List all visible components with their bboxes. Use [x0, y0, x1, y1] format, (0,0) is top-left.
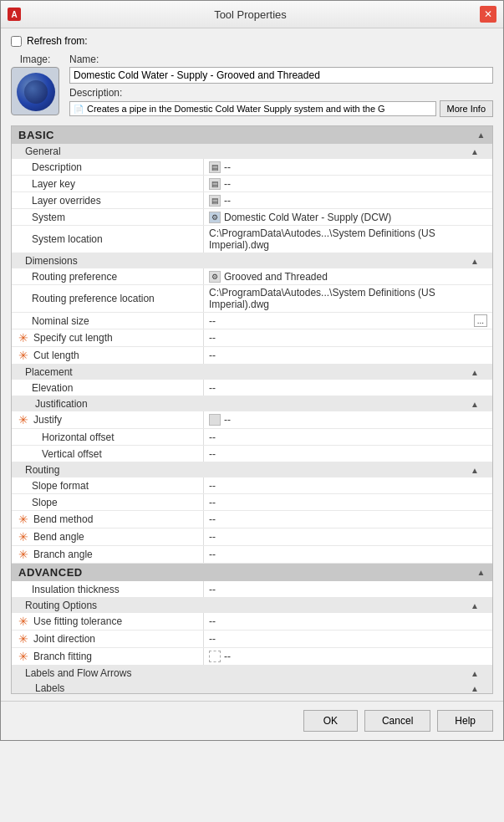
footer: OK Cancel Help: [1, 701, 503, 740]
prop-name-layerkey: Layer key: [12, 176, 204, 191]
asterisk-icon: ✳: [18, 413, 28, 426]
subsection-routingoptions[interactable]: Routing Options ▲: [12, 598, 492, 613]
prop-name-insulation: Insulation thickness: [12, 581, 204, 597]
prop-name-fittingtolerance: ✳ Use fitting tolerance: [12, 613, 204, 630]
image-label: Image:: [20, 54, 51, 65]
subsection-dimensions[interactable]: Dimensions ▲: [12, 253, 492, 268]
prop-value-system[interactable]: ⚙ Domestic Cold Water - Supply (DCW): [204, 209, 492, 225]
doc-icon: ▤: [209, 161, 221, 173]
prop-value-specifycutlength[interactable]: --: [204, 329, 492, 346]
more-info-button[interactable]: More Info: [440, 100, 493, 117]
prop-name-system: System: [12, 209, 204, 225]
justification-collapse-icon: ▲: [471, 400, 479, 409]
help-button[interactable]: Help: [437, 710, 493, 732]
table-row: ✳ Specify cut length --: [12, 329, 492, 347]
prop-value-bendmethod[interactable]: --: [204, 511, 492, 528]
prop-value-vertoffset[interactable]: --: [204, 446, 492, 462]
prop-value-layerkey[interactable]: ▤ --: [204, 176, 492, 191]
prop-value-routingpref[interactable]: ⚙ Grooved and Threaded: [204, 268, 492, 284]
prop-name-slopeformat: Slope format: [12, 477, 204, 493]
doc-icon: ▤: [209, 178, 221, 190]
refresh-row: Refresh from:: [11, 35, 493, 47]
prop-name-bendangle: ✳ Bend angle: [12, 528, 204, 545]
prop-value-slope[interactable]: --: [204, 494, 492, 510]
prop-name-systemlocation: System location: [12, 226, 204, 253]
subsection-placement[interactable]: Placement ▲: [12, 365, 492, 380]
prop-value-cutlength[interactable]: --: [204, 347, 492, 364]
prop-value-justify[interactable]: --: [204, 411, 492, 428]
refresh-label: Refresh from:: [27, 35, 88, 47]
table-row: Nominal size -- ...: [12, 313, 492, 329]
basic-collapse-icon: ▲: [477, 130, 486, 140]
routing-label: Routing: [25, 464, 59, 476]
desc-row: 📄 Creates a pipe in the Domestic Cold Wa…: [69, 100, 493, 117]
table-row: System ⚙ Domestic Cold Water - Supply (D…: [12, 209, 492, 226]
prop-name-elevation: Elevation: [12, 380, 204, 396]
nominal-size-button[interactable]: ...: [474, 314, 487, 327]
title-bar: A Tool Properties ✕: [1, 1, 503, 28]
table-row: ✳ Branch fitting --: [12, 648, 492, 666]
asterisk-icon: ✳: [18, 650, 28, 663]
prop-value-description[interactable]: ▤ --: [204, 159, 492, 175]
section-advanced-label: ADVANCED: [18, 566, 83, 579]
prop-value-layeroverrides[interactable]: ▤ --: [204, 192, 492, 208]
table-row: ✳ Cut length --: [12, 347, 492, 365]
placement-label: Placement: [25, 366, 73, 378]
table-row: Slope format --: [12, 477, 492, 494]
close-button[interactable]: ✕: [480, 6, 496, 23]
table-row: Vertical offset --: [12, 446, 492, 462]
prop-name-description: Description: [12, 159, 204, 175]
prop-value-systemlocation[interactable]: C:\ProgramData\Autodes...\System Definit…: [204, 226, 492, 253]
system-value: Domestic Cold Water - Supply (DCW): [224, 212, 391, 223]
cancel-button[interactable]: Cancel: [364, 710, 430, 732]
tool-properties-dialog: A Tool Properties ✕ Refresh from: Image:…: [0, 0, 504, 741]
table-row: System location C:\ProgramData\Autodes..…: [12, 226, 492, 253]
general-collapse-icon: ▲: [471, 147, 479, 156]
table-row: Layer key ▤ --: [12, 176, 492, 192]
app-icon: A: [8, 8, 21, 21]
general-label: General: [25, 146, 61, 157]
subsection-routing[interactable]: Routing ▲: [12, 462, 492, 477]
desc-input[interactable]: 📄 Creates a pipe in the Domestic Cold Wa…: [69, 101, 436, 116]
prop-value-insulation[interactable]: --: [204, 581, 492, 597]
prop-value-horzoffset[interactable]: --: [204, 429, 492, 445]
table-row: ✳ Bend angle --: [12, 528, 492, 546]
prop-value-branchangle[interactable]: --: [204, 546, 492, 563]
name-desc-section: Name: Description: 📄 Creates a pipe in t…: [69, 54, 493, 120]
subsection-justification[interactable]: Justification ▲: [12, 396, 492, 411]
asterisk-icon: ✳: [18, 331, 28, 345]
image-section: Image:: [11, 54, 59, 115]
prop-value-routingprefloc[interactable]: C:\ProgramData\Autodes...\System Definit…: [204, 285, 492, 312]
ok-button[interactable]: OK: [303, 710, 358, 732]
subsection-general[interactable]: General ▲: [12, 144, 492, 159]
table-row: ✳ Branch angle --: [12, 546, 492, 564]
prop-name-branchangle: ✳ Branch angle: [12, 546, 204, 563]
doc-icon: ▤: [209, 195, 221, 207]
table-row: Horizontal offset --: [12, 429, 492, 446]
asterisk-icon: ✳: [18, 349, 28, 362]
table-row: ✳ Joint direction --: [12, 631, 492, 648]
labelsflow-collapse-icon: ▲: [471, 669, 479, 678]
routingoptions-label: Routing Options: [25, 600, 97, 611]
routing-collapse-icon: ▲: [471, 466, 479, 475]
advanced-collapse-icon: ▲: [477, 568, 486, 577]
dotted-box-icon: [209, 651, 221, 662]
prop-value-bendangle[interactable]: --: [204, 528, 492, 545]
prop-value-fittingtolerance[interactable]: --: [204, 613, 492, 630]
labels-label: Labels: [35, 682, 64, 694]
asterisk-icon: ✳: [18, 548, 28, 561]
subsection-labels[interactable]: Labels ▲: [12, 681, 492, 694]
prop-name-routingprefloc: Routing preference location: [12, 285, 204, 312]
prop-value-jointdirection[interactable]: --: [204, 631, 492, 647]
prop-value-slopeformat[interactable]: --: [204, 477, 492, 493]
labelsflow-label: Labels and Flow Arrows: [25, 667, 131, 679]
refresh-checkbox[interactable]: [11, 36, 22, 47]
subsection-labelsflow[interactable]: Labels and Flow Arrows ▲: [12, 666, 492, 681]
section-basic[interactable]: BASIC ▲: [12, 126, 492, 144]
prop-value-nominalsize[interactable]: -- ...: [204, 313, 492, 329]
name-input[interactable]: [69, 67, 493, 84]
name-field-row: Name:: [69, 54, 493, 84]
prop-value-branchfitting[interactable]: --: [204, 648, 492, 665]
section-advanced[interactable]: ADVANCED ▲: [12, 564, 492, 581]
prop-value-elevation[interactable]: --: [204, 380, 492, 396]
